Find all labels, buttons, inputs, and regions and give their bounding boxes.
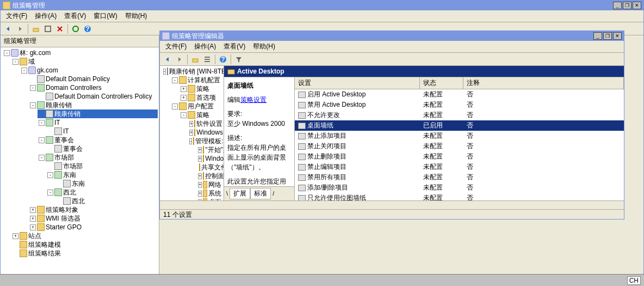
- et-sw[interactable]: +软件设置: [188, 119, 222, 128]
- list-row[interactable]: 禁止删除项目未配置否: [295, 151, 624, 162]
- col-note[interactable]: 注释: [463, 77, 624, 89]
- editor-scrollbar-h[interactable]: [160, 200, 624, 209]
- editor-tree[interactable]: -顾康传销 [WIN-8TB76J0 -计算机配置 +策略 +首选项 -用户配置: [160, 66, 224, 200]
- editor-menu-view[interactable]: 查看(V): [220, 41, 249, 52]
- menu-view[interactable]: 查看(V): [61, 10, 89, 22]
- tree-gpo-obj[interactable]: +组策略对象: [29, 205, 158, 214]
- editor-title: 组策略管理编辑器: [172, 32, 224, 41]
- col-setting[interactable]: 设置: [295, 77, 420, 89]
- menu-window[interactable]: 窗口(W): [90, 10, 120, 22]
- list-row[interactable]: 禁用所有项目未配置否: [295, 172, 624, 182]
- tree-xb[interactable]: -西北: [46, 188, 158, 197]
- editor-close-button[interactable]: ✕: [613, 32, 622, 40]
- list-row[interactable]: 只允许使用位图墙纸未配置否: [295, 193, 624, 200]
- tree-dsh[interactable]: -董事会: [38, 136, 158, 144]
- et-root[interactable]: -顾康传销 [WIN-8TB76J0: [162, 67, 222, 76]
- list-row[interactable]: 桌面墙纸已启用否: [295, 120, 624, 131]
- forward-button[interactable]: [15, 23, 26, 34]
- tree-header: 组策略管理: [1, 35, 159, 47]
- editor-maximize-button[interactable]: ❐: [603, 32, 612, 40]
- tree-dc[interactable]: -Domain Controllers: [29, 83, 158, 92]
- editor-help-button[interactable]: ?: [218, 54, 228, 65]
- tree-sites[interactable]: +站点: [11, 232, 158, 240]
- tab-extended[interactable]: 扩展: [230, 188, 250, 199]
- tree-it2[interactable]: IT: [46, 127, 158, 136]
- delete-button[interactable]: [54, 23, 65, 34]
- tree-results[interactable]: 组策略结果: [11, 249, 158, 258]
- et-admt[interactable]: -管理模板: 从本: [188, 137, 222, 145]
- et-share[interactable]: 共享文件夹: [197, 163, 222, 172]
- refresh-button[interactable]: [70, 23, 81, 34]
- editor-filter-button[interactable]: [233, 54, 244, 65]
- domain-tree[interactable]: -林: gk.com -域 -gk.com Default Domain Pol…: [1, 47, 159, 285]
- editor-back-button[interactable]: [162, 54, 173, 65]
- edit-policy-link[interactable]: 策略设置: [240, 96, 267, 104]
- et-user-policy[interactable]: -策略: [179, 111, 222, 119]
- et-net[interactable]: +网络: [197, 180, 222, 189]
- editor-menu-file[interactable]: 文件(F): [162, 41, 190, 52]
- list-row[interactable]: 禁止关闭项目未配置否: [295, 141, 624, 151]
- et-win[interactable]: +Windows 设置: [188, 128, 222, 137]
- list-row[interactable]: 禁止添加项目未配置否: [295, 131, 624, 141]
- close-button[interactable]: ✕: [633, 2, 641, 9]
- tree-dn2[interactable]: 东南: [55, 179, 158, 188]
- main-window-buttons: _ ❐ ✕: [613, 2, 641, 9]
- col-status[interactable]: 状态: [420, 77, 463, 89]
- editor-minimize-button[interactable]: _: [593, 32, 602, 40]
- tree-scb[interactable]: -市场部: [38, 153, 158, 162]
- folder-icon: [227, 68, 235, 75]
- et-user[interactable]: -用户配置: [171, 102, 222, 111]
- help-button[interactable]: ?: [82, 23, 93, 34]
- ime-indicator[interactable]: CH: [627, 276, 641, 285]
- editor-up-button[interactable]: [190, 54, 201, 65]
- tree-ddp[interactable]: Default Domain Policy: [29, 75, 158, 83]
- et-sys[interactable]: +系统: [197, 189, 222, 198]
- svg-rect-1: [33, 28, 39, 32]
- menu-action[interactable]: 操作(A): [32, 10, 60, 22]
- tree-gkcx[interactable]: -顾康传销: [29, 101, 158, 109]
- et-comp-pref[interactable]: +首选项: [179, 93, 222, 102]
- tree-dn[interactable]: -东南: [46, 171, 158, 179]
- left-panel: 组策略管理 -林: gk.com -域 -gk.com: [1, 35, 159, 285]
- minimize-button[interactable]: _: [613, 2, 622, 9]
- tree-domains[interactable]: -域: [11, 57, 158, 66]
- svg-text:?: ?: [221, 56, 225, 63]
- tree-scb2[interactable]: 市场部: [46, 162, 158, 171]
- tree-xb2[interactable]: 西北: [55, 197, 158, 205]
- tree-domain[interactable]: -gk.com: [20, 66, 158, 75]
- editor-list-button[interactable]: [202, 54, 213, 65]
- tree-gkcx-gpo[interactable]: 顾康传销: [38, 109, 158, 118]
- tree-dsh2[interactable]: 董事会: [46, 144, 158, 153]
- app-icon: [3, 2, 10, 9]
- et-start[interactable]: +"开始"菜单: [197, 145, 222, 154]
- et-comp[interactable]: -计算机配置: [171, 76, 222, 84]
- list-row[interactable]: 添加/删除项目未配置否: [295, 182, 624, 193]
- editor-forward-button[interactable]: [174, 54, 185, 65]
- tree-forest[interactable]: -林: gk.com: [3, 48, 158, 57]
- list-row[interactable]: 启用 Active Desktop未配置否: [295, 89, 624, 100]
- menu-help[interactable]: 帮助(H): [122, 10, 151, 22]
- back-button[interactable]: [3, 23, 14, 34]
- editor-toolbar: ?: [160, 53, 624, 66]
- show-button[interactable]: [42, 23, 53, 34]
- editor-menu-help[interactable]: 帮助(H): [250, 41, 278, 52]
- tree-it[interactable]: -IT: [38, 118, 158, 127]
- maximize-button[interactable]: ❐: [623, 2, 631, 9]
- tree-starter[interactable]: +Starter GPO: [29, 223, 158, 232]
- editor-window: 组策略管理编辑器 _ ❐ ✕ 文件(F) 操作(A) 查看(V) 帮助(H) ?: [159, 31, 624, 220]
- tree-wmi[interactable]: +WMI 筛选器: [29, 214, 158, 223]
- editor-menubar: 文件(F) 操作(A) 查看(V) 帮助(H): [160, 41, 624, 53]
- editor-menu-action[interactable]: 操作(A): [191, 41, 219, 52]
- up-button[interactable]: [30, 23, 41, 34]
- svg-rect-0: [3, 2, 10, 9]
- tree-ddcp[interactable]: Default Domain Controllers Policy: [38, 92, 158, 101]
- list-row[interactable]: 不允许更改未配置否: [295, 110, 624, 120]
- et-wcomp[interactable]: +Windows 组件: [197, 154, 222, 163]
- menu-file[interactable]: 文件(F): [3, 10, 30, 22]
- et-comp-policy[interactable]: +策略: [179, 84, 222, 93]
- et-cpanel[interactable]: +控制面板: [197, 172, 222, 180]
- list-row[interactable]: 禁用 Active Desktop未配置否: [295, 100, 624, 110]
- list-row[interactable]: 禁止编辑项目未配置否: [295, 162, 624, 172]
- tab-standard[interactable]: 标准: [250, 188, 271, 199]
- tree-modeling[interactable]: 组策略建模: [11, 240, 158, 249]
